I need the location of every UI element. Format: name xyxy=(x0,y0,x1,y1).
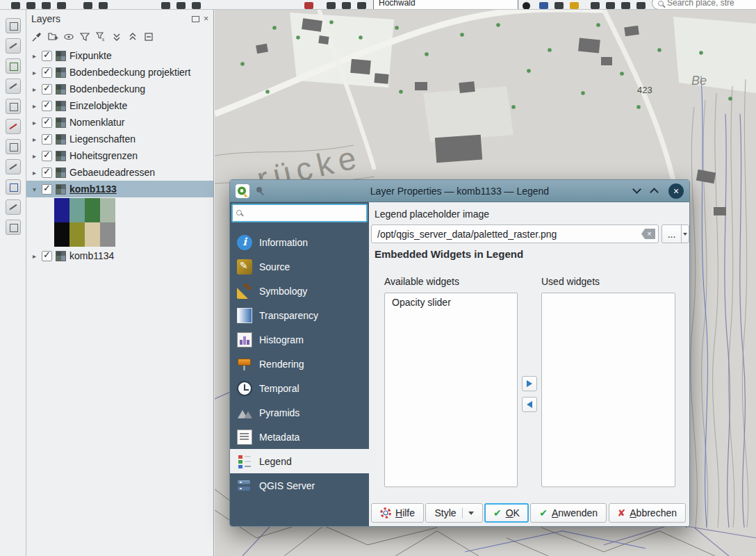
toolbar-icon[interactable] xyxy=(621,2,630,9)
layer-visibility-checkbox[interactable] xyxy=(42,134,52,145)
side-toolbar-icon[interactable] xyxy=(6,58,21,74)
used-widgets-list[interactable] xyxy=(541,293,675,487)
layer-row[interactable]: Liegenschaften xyxy=(26,131,213,147)
toolbar-icon[interactable] xyxy=(176,2,186,9)
expand-arrow-icon[interactable] xyxy=(31,52,38,60)
toolbar-icon[interactable] xyxy=(327,2,336,9)
expand-arrow-icon[interactable] xyxy=(31,252,38,260)
browse-dropdown-arrow-icon[interactable] xyxy=(681,225,689,243)
toolbar-icon[interactable] xyxy=(304,2,313,9)
layer-visibility-checkbox[interactable] xyxy=(42,101,52,111)
toolbar-icon[interactable] xyxy=(636,2,646,9)
expand-arrow-icon[interactable] xyxy=(31,152,38,160)
layer-visibility-checkbox[interactable] xyxy=(42,67,52,78)
layer-visibility-checkbox[interactable] xyxy=(42,184,52,195)
style-dropdown-arrow-icon[interactable] xyxy=(468,512,474,515)
side-toolbar-icon[interactable] xyxy=(6,99,21,114)
toolbar-icon[interactable] xyxy=(570,2,579,9)
properties-tab[interactable]: Metadata xyxy=(230,425,369,449)
locator-search-input[interactable] xyxy=(667,0,750,8)
side-toolbar-icon[interactable] xyxy=(6,119,21,134)
expand-arrow-icon[interactable] xyxy=(31,186,38,193)
available-widgets-list[interactable]: Opacity slider xyxy=(384,293,518,487)
apply-button[interactable]: ✔ Anwenden xyxy=(530,503,607,523)
toolbar-icon[interactable] xyxy=(161,2,170,9)
properties-tab[interactable]: Rendering xyxy=(230,352,369,376)
layer-visibility-checkbox[interactable] xyxy=(42,167,52,178)
toolbar-icon[interactable] xyxy=(26,2,35,9)
layer-label[interactable]: Einzelobjekte xyxy=(69,100,127,111)
properties-tab[interactable]: Information xyxy=(230,230,369,254)
properties-tab[interactable]: Source xyxy=(230,254,369,279)
toolbar-icon[interactable] xyxy=(554,2,564,9)
layer-label[interactable]: Nomenklatur xyxy=(69,117,124,128)
widget-list-item[interactable]: Opacity slider xyxy=(385,293,517,311)
toolbar-icon[interactable] xyxy=(99,2,108,9)
side-toolbar-icon[interactable] xyxy=(6,199,21,215)
toolbar-icon[interactable] xyxy=(192,2,201,9)
cancel-button[interactable]: ✘ Abbrechen xyxy=(609,503,686,523)
side-toolbar-icon[interactable] xyxy=(6,179,21,195)
map-themes-icon[interactable] xyxy=(63,31,74,42)
expand-arrow-icon[interactable] xyxy=(31,169,38,177)
properties-search-input[interactable] xyxy=(245,208,363,218)
close-button[interactable]: × xyxy=(668,183,684,199)
filter-legend-icon[interactable] xyxy=(79,31,90,42)
panel-close-icon[interactable]: × xyxy=(204,15,208,22)
properties-tab[interactable]: Temporal xyxy=(230,376,369,400)
layer-visibility-checkbox[interactable] xyxy=(42,84,52,95)
toolbar-icon[interactable] xyxy=(342,2,351,9)
expand-arrow-icon[interactable] xyxy=(31,102,38,110)
layer-label[interactable]: komb1133 xyxy=(69,183,117,195)
side-toolbar-icon[interactable] xyxy=(6,38,21,54)
layer-row[interactable]: Fixpunkte xyxy=(26,47,213,64)
layer-row[interactable]: Nomenklatur xyxy=(26,114,213,131)
layer-label[interactable]: Bodenbedeckung projektiert xyxy=(69,67,190,78)
layer-label[interactable]: Fixpunkte xyxy=(69,50,112,61)
layer-row[interactable]: komb1133 xyxy=(26,181,213,247)
expand-arrow-icon[interactable] xyxy=(31,119,38,126)
layer-label[interactable]: Liegenschaften xyxy=(69,133,135,145)
toolbar-icon[interactable] xyxy=(606,2,615,9)
move-left-button[interactable] xyxy=(522,397,537,412)
layer-styling-icon[interactable] xyxy=(31,31,42,42)
properties-tab[interactable]: Legend xyxy=(230,449,369,473)
toolbar-icon[interactable] xyxy=(57,2,66,9)
properties-search[interactable] xyxy=(231,204,368,222)
side-toolbar-icon[interactable] xyxy=(6,139,21,154)
layer-visibility-checkbox[interactable] xyxy=(42,251,52,261)
properties-tab[interactable]: Pyramids xyxy=(230,400,369,425)
properties-tab[interactable]: Histogram xyxy=(230,327,369,352)
layer-row[interactable]: Hoheitsgrenzen xyxy=(26,147,213,164)
properties-tab[interactable]: Transparency xyxy=(230,303,369,327)
layer-label[interactable]: Hoheitsgrenzen xyxy=(69,150,138,161)
toolbar-icon[interactable] xyxy=(83,2,92,9)
layer-visibility-checkbox[interactable] xyxy=(42,51,52,61)
layer-visibility-checkbox[interactable] xyxy=(42,151,52,161)
properties-tab[interactable]: QGIS Server xyxy=(230,473,369,498)
style-button[interactable]: Style xyxy=(425,503,482,523)
layer-label[interactable]: Bodenbedeckung xyxy=(69,83,145,95)
chevron-up-icon[interactable] xyxy=(650,188,659,197)
pin-icon[interactable] xyxy=(255,186,266,197)
side-toolbar-icon[interactable] xyxy=(6,159,21,174)
properties-tab[interactable]: Symbology xyxy=(230,279,369,303)
layer-row[interactable]: Gebaeudeadressen xyxy=(26,164,213,181)
layer-visibility-checkbox[interactable] xyxy=(42,117,52,128)
expand-all-icon[interactable] xyxy=(111,31,122,42)
dialog-titlebar[interactable]: Layer Properties — komb1133 — Legend × xyxy=(230,180,689,202)
side-toolbar-icon[interactable] xyxy=(6,18,21,33)
panel-float-icon[interactable] xyxy=(192,16,199,22)
expand-arrow-icon[interactable] xyxy=(31,69,38,76)
collapse-all-icon[interactable] xyxy=(127,31,138,42)
toolbar-icon[interactable] xyxy=(523,2,530,10)
locator-search[interactable] xyxy=(652,0,756,10)
move-right-button[interactable] xyxy=(522,376,537,391)
legend-path-input[interactable] xyxy=(371,224,659,243)
side-toolbar-icon[interactable] xyxy=(6,220,21,235)
expression-filter-icon[interactable]: ε xyxy=(95,31,106,42)
layer-row[interactable]: Bodenbedeckung projektiert xyxy=(26,64,213,81)
layer-label[interactable]: Gebaeudeadressen xyxy=(69,167,155,178)
add-group-icon[interactable] xyxy=(47,31,58,42)
layer-row[interactable]: Einzelobjekte xyxy=(26,97,213,114)
